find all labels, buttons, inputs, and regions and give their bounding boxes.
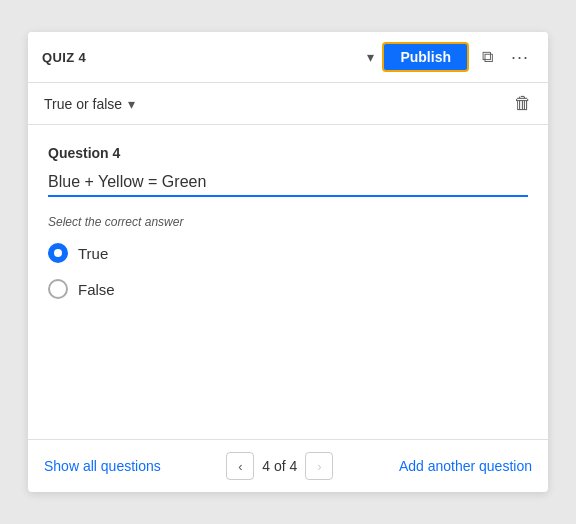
- answer-option-false[interactable]: False: [48, 279, 528, 299]
- question-type-chevron-icon: ▾: [128, 96, 135, 112]
- answer-option-true[interactable]: True: [48, 243, 528, 263]
- pagination: ‹ 4 of 4 ›: [226, 452, 333, 480]
- card-footer: Show all questions ‹ 4 of 4 › Add anothe…: [28, 439, 548, 492]
- answer-label-false: False: [78, 281, 115, 298]
- radio-true[interactable]: [48, 243, 68, 263]
- page-info: 4 of 4: [262, 458, 297, 474]
- select-answer-prompt: Select the correct answer: [48, 215, 528, 229]
- question-type-label: True or false: [44, 96, 122, 112]
- chevron-down-icon[interactable]: ▾: [367, 49, 374, 65]
- screen-icon: ⧉: [482, 48, 493, 66]
- question-input[interactable]: [48, 173, 528, 197]
- quiz-card: QUIZ 4 ▾ Publish ⧉ ··· True or false ▾ 🗑…: [28, 32, 548, 492]
- radio-false[interactable]: [48, 279, 68, 299]
- publish-button[interactable]: Publish: [382, 42, 469, 72]
- more-icon: ···: [511, 47, 529, 68]
- next-page-button[interactable]: ›: [305, 452, 333, 480]
- card-body: Question 4 Select the correct answer Tru…: [28, 125, 548, 439]
- question-label: Question 4: [48, 145, 528, 161]
- card-subheader: True or false ▾ 🗑: [28, 83, 548, 125]
- question-type-selector[interactable]: True or false ▾: [44, 96, 135, 112]
- add-another-question-link[interactable]: Add another question: [399, 458, 532, 474]
- quiz-title: QUIZ 4: [42, 50, 359, 65]
- show-all-questions-link[interactable]: Show all questions: [44, 458, 161, 474]
- more-options-button[interactable]: ···: [506, 45, 534, 70]
- card-header: QUIZ 4 ▾ Publish ⧉ ···: [28, 32, 548, 83]
- answer-label-true: True: [78, 245, 108, 262]
- radio-inner-true: [54, 249, 62, 257]
- prev-page-button[interactable]: ‹: [226, 452, 254, 480]
- delete-question-icon[interactable]: 🗑: [514, 93, 532, 114]
- screen-icon-button[interactable]: ⧉: [477, 46, 498, 68]
